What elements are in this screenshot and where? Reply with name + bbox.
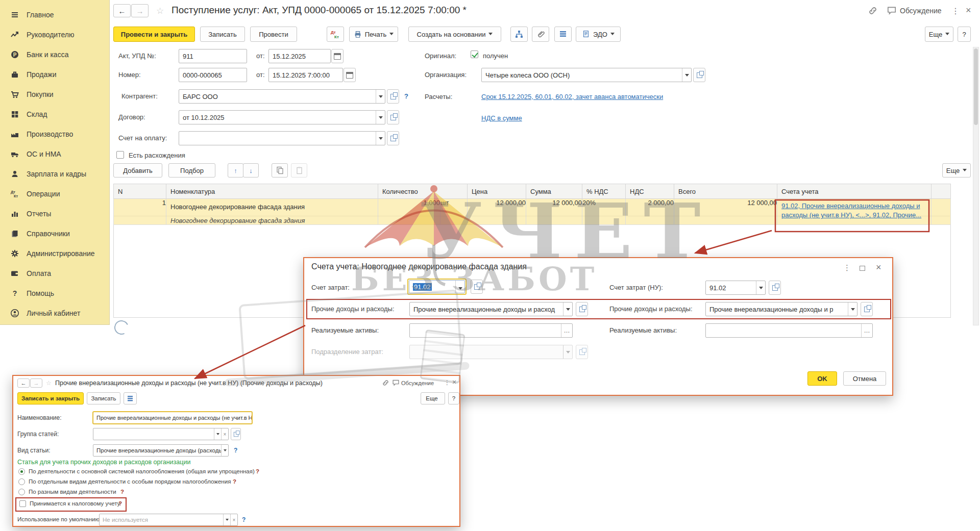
close-icon[interactable]: ×	[452, 378, 456, 386]
col-nomenclature[interactable]: Номенклатура	[166, 184, 378, 199]
more-button[interactable]: Еще	[925, 27, 953, 42]
sidebar-item-bank-cash[interactable]: Р Банк и касса	[0, 46, 110, 63]
sidebar-item-administration[interactable]: Администрирование	[0, 245, 110, 262]
cost-account-nu-input[interactable]: 91.02	[705, 281, 766, 295]
sidebar-item-sales[interactable]: Продажи	[0, 66, 110, 83]
col-price[interactable]: Цена	[468, 184, 526, 199]
open-button[interactable]	[693, 68, 705, 82]
number-input[interactable]: 0000-000065	[179, 68, 247, 82]
act-upd-input[interactable]: 911	[179, 49, 247, 63]
counterparty-input[interactable]: БАРС ООО	[179, 89, 385, 104]
calendar-button[interactable]	[344, 68, 356, 82]
accounts-link[interactable]: 91.02, Прочие внереализационные доходы и…	[777, 199, 931, 222]
sidebar-item-main[interactable]: Главное	[0, 6, 110, 23]
organization-input[interactable]: Четыре колеса ООО (ОСН)	[481, 68, 692, 82]
other-income-right-input[interactable]: Прочие внереализационные доходы и р	[705, 302, 857, 316]
report-button[interactable]	[124, 392, 137, 404]
dt-kt-postings-button[interactable]: ДтКт	[327, 27, 344, 42]
col-qty[interactable]: Количество	[378, 184, 468, 199]
copy-rows-button[interactable]	[272, 163, 288, 178]
clear-button[interactable]: ×	[221, 428, 228, 440]
create-on-basis-button[interactable]: Создать на основании	[408, 27, 501, 42]
open-button[interactable]	[387, 110, 399, 124]
write-button[interactable]: Записать	[200, 27, 245, 42]
reports-button[interactable]	[554, 27, 572, 42]
counterparty-help-icon[interactable]: ?	[404, 92, 408, 100]
favorite-star-icon[interactable]: ☆	[156, 6, 164, 16]
sidebar-item-manager[interactable]: Руководителю	[0, 26, 110, 43]
dropdown-button[interactable]	[214, 428, 221, 440]
post-and-close-button[interactable]: Провести и закрыть	[113, 27, 195, 42]
radio-different-activities[interactable]	[18, 489, 25, 495]
open-button[interactable]	[231, 428, 241, 440]
dropdown-button[interactable]	[563, 302, 572, 316]
dropdown-button[interactable]	[376, 132, 385, 145]
pick-button[interactable]: Подбор	[168, 163, 215, 178]
invoice-input[interactable]	[179, 131, 385, 145]
cell-price[interactable]: 12 000,00	[468, 199, 526, 225]
sidebar-item-os-nma[interactable]: ОС и НМА	[0, 145, 110, 163]
kebab-menu-icon[interactable]: ⋮	[843, 263, 851, 272]
discussion-bubble-icon[interactable]	[392, 379, 400, 387]
cell-vat-rate[interactable]: 20%	[582, 199, 626, 225]
dropdown-button[interactable]	[455, 281, 464, 293]
sidebar-item-warehouse[interactable]: Склад	[0, 106, 110, 123]
sidebar-item-handbooks[interactable]: Справочники	[0, 225, 110, 242]
forward-button[interactable]: →	[131, 4, 149, 17]
discussion-link[interactable]: Обсуждение	[900, 7, 942, 15]
maximize-icon[interactable]	[860, 266, 865, 271]
dropdown-button[interactable]	[848, 302, 857, 316]
cell-vat[interactable]: 2 000,00	[626, 199, 674, 225]
settlements-link[interactable]: Срок 15.12.2025, 60.01, 60.02, зачет ава…	[481, 93, 663, 100]
favorite-star-icon[interactable]: ☆	[46, 380, 52, 387]
back-button[interactable]: ←	[17, 378, 30, 388]
dropdown-button[interactable]	[223, 514, 230, 525]
cell-sum[interactable]: 12 000,00	[526, 199, 582, 225]
open-button[interactable]	[576, 302, 588, 316]
col-vat-rate[interactable]: % НДС	[582, 184, 626, 199]
radio2-help-icon[interactable]: ?	[233, 478, 236, 485]
write-and-close-button[interactable]: Записать и закрыть	[17, 392, 84, 404]
back-button[interactable]: ←	[113, 4, 131, 17]
dropdown-button[interactable]	[221, 445, 228, 456]
radio-special-tax-activities[interactable]	[18, 478, 25, 485]
assets-left-input[interactable]: …	[409, 323, 573, 338]
radio3-help-icon[interactable]: ?	[120, 489, 124, 495]
tax-checkbox-help-icon[interactable]: ?	[118, 500, 122, 507]
open-button[interactable]	[387, 89, 399, 104]
cell-qty[interactable]: 1,000	[378, 199, 440, 225]
tax-accounting-checkbox[interactable]	[19, 500, 26, 507]
items-more-button[interactable]: Еще	[942, 163, 971, 178]
assets-right-input[interactable]: …	[705, 323, 873, 338]
sidebar-item-salary-hr[interactable]: Зарплата и кадры	[0, 165, 110, 183]
cell-n[interactable]: 1	[114, 199, 166, 225]
cancel-button[interactable]: Отмена	[843, 371, 886, 386]
copy-link-icon[interactable]	[868, 6, 878, 16]
dropdown-button[interactable]	[376, 90, 385, 103]
default-use-help-icon[interactable]: ?	[242, 516, 246, 523]
col-sum[interactable]: Сумма	[526, 184, 582, 199]
more-button[interactable]: Еще	[421, 392, 445, 404]
paste-rows-button[interactable]	[291, 163, 307, 178]
dropdown-button[interactable]	[756, 281, 765, 294]
discrepancies-checkbox[interactable]	[116, 151, 124, 159]
ok-button[interactable]: OK	[807, 371, 837, 386]
discussion-link[interactable]: Обсуждение	[401, 380, 434, 386]
choose-button[interactable]: …	[861, 324, 872, 337]
sidebar-item-personal-account[interactable]: Личный кабинет	[0, 305, 110, 322]
discussion-bubble-icon[interactable]	[887, 6, 897, 16]
contract-input[interactable]: от 10.12.2025	[179, 110, 385, 124]
related-documents-button[interactable]	[510, 27, 528, 42]
sidebar-item-purchases[interactable]: Покупки	[0, 86, 110, 103]
col-total[interactable]: Всего	[674, 184, 777, 199]
kebab-menu-icon[interactable]: ⋮	[444, 379, 450, 386]
sidebar-item-payment[interactable]: Оплата	[0, 265, 110, 282]
original-received-checkbox[interactable]	[471, 50, 478, 58]
col-accounts[interactable]: Счета учета	[777, 184, 932, 199]
kind-help-icon[interactable]: ?	[234, 447, 237, 454]
write-button[interactable]: Записать	[87, 392, 120, 404]
sidebar-item-reports[interactable]: Отчеты	[0, 205, 110, 222]
radio-main-tax-system[interactable]	[18, 468, 25, 475]
calendar-button[interactable]	[331, 49, 344, 63]
move-down-button[interactable]: ↓	[243, 163, 259, 178]
